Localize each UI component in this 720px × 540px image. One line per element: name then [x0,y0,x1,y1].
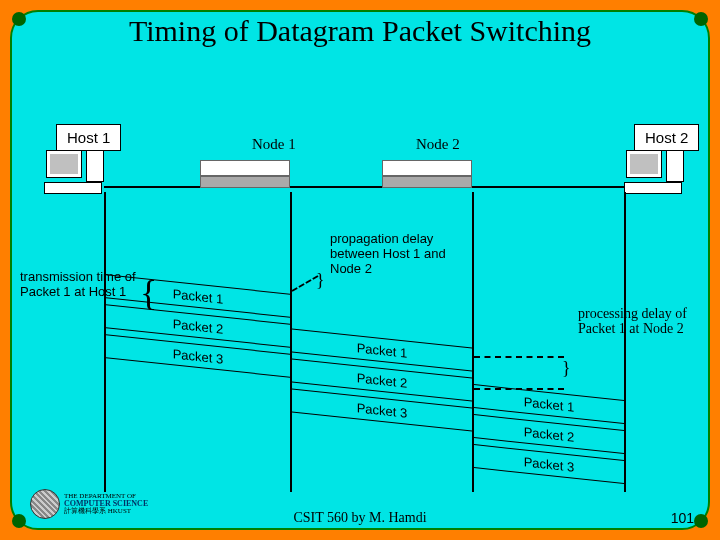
computer-icon [44,150,104,194]
router-icon [382,160,472,190]
computer-icon [624,150,684,194]
node1-label: Node 1 [252,136,296,153]
host1-label: Host 1 [56,124,121,151]
annotation-proc: processing delay of Packet 1 at Node 2 [578,306,688,337]
brace-icon: { [140,272,157,314]
footer: CSIT 560 by M. Hamdi [0,510,720,526]
host2-label: Host 2 [634,124,699,151]
annotation-prop: propagation delay between Host 1 and Nod… [330,232,480,277]
timeline-host2 [624,192,626,492]
slide: Timing of Datagram Packet Switching Host… [0,0,720,540]
processing-marker-top [474,356,564,358]
page-number: 101 [671,510,694,526]
wire [104,186,200,188]
brace-icon: } [316,270,325,291]
node2-label: Node 2 [416,136,460,153]
brace-icon: } [562,358,571,379]
slide-title: Timing of Datagram Packet Switching [0,14,720,48]
processing-marker-bot [474,388,564,390]
wire [472,186,624,188]
router-icon [200,160,290,190]
wire [290,186,382,188]
annotation-tx: transmission time of Packet 1 at Host 1 [20,270,140,300]
